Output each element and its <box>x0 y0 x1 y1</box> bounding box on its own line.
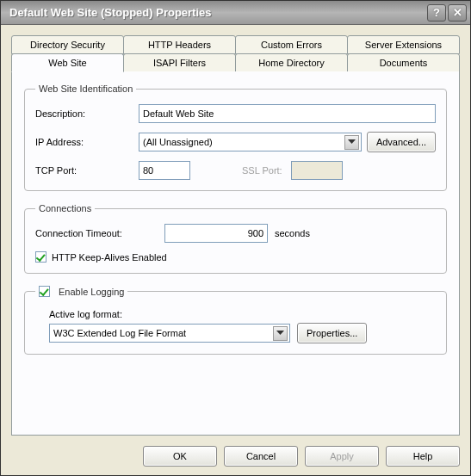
tab-server-extensions[interactable]: Server Extensions <box>347 35 460 54</box>
apply-button: Apply <box>305 446 379 467</box>
tab-home-directory[interactable]: Home Directory <box>235 53 348 72</box>
client-area: Directory Security HTTP Headers Custom E… <box>1 25 470 475</box>
ssl-port-input <box>291 161 343 180</box>
ip-address-select[interactable]: (All Unassigned) <box>139 133 362 151</box>
group-logging: Enable Logging Active log format: W3C Ex… <box>24 286 447 355</box>
group-connections-legend: Connections <box>35 203 95 213</box>
tab-documents[interactable]: Documents <box>347 53 460 72</box>
tabs-row-upper: Directory Security HTTP Headers Custom E… <box>11 35 460 54</box>
connection-timeout-input[interactable] <box>164 224 268 243</box>
help-icon[interactable]: ? <box>427 4 446 22</box>
keepalive-label: HTTP Keep-Alives Enabled <box>52 252 167 263</box>
connection-timeout-label: Connection Timeout: <box>35 228 164 238</box>
description-label: Description: <box>35 108 139 119</box>
tcp-port-label: TCP Port: <box>35 165 139 176</box>
ip-address-value: (All Unassigned) <box>143 137 341 147</box>
tab-directory-security[interactable]: Directory Security <box>11 35 124 54</box>
keepalive-checkbox[interactable] <box>35 251 46 263</box>
connection-timeout-unit: seconds <box>275 228 310 238</box>
window-title: Default Web Site (Stopped) Properties <box>9 6 425 19</box>
tab-custom-errors[interactable]: Custom Errors <box>235 35 348 54</box>
close-icon[interactable]: ✕ <box>448 4 467 22</box>
tcp-port-input[interactable] <box>139 161 190 180</box>
tab-isapi-filters[interactable]: ISAPI Filters <box>123 53 236 72</box>
log-format-label: Active log format: <box>49 309 436 319</box>
description-input[interactable] <box>139 104 436 123</box>
properties-dialog: Default Web Site (Stopped) Properties ? … <box>0 0 471 476</box>
tab-web-site[interactable]: Web Site <box>11 53 124 72</box>
log-properties-button[interactable]: Properties... <box>297 323 367 343</box>
chevron-down-icon <box>344 135 359 150</box>
dialog-footer: OK Cancel Apply Help <box>11 436 460 467</box>
titlebar: Default Web Site (Stopped) Properties ? … <box>1 1 470 25</box>
tab-panel-web-site: Web Site Identification Description: IP … <box>11 71 460 436</box>
help-button[interactable]: Help <box>386 446 460 467</box>
ip-address-label: IP Address: <box>35 137 139 147</box>
ssl-port-label: SSL Port: <box>242 165 282 176</box>
group-connections: Connections Connection Timeout: seconds … <box>24 203 447 274</box>
enable-logging-checkbox[interactable] <box>39 286 50 297</box>
log-format-select[interactable]: W3C Extended Log File Format <box>49 324 290 343</box>
group-identification-legend: Web Site Identification <box>35 83 136 94</box>
chevron-down-icon <box>273 326 288 341</box>
enable-logging-label: Enable Logging <box>59 287 124 297</box>
ok-button[interactable]: OK <box>143 446 217 467</box>
tab-http-headers[interactable]: HTTP Headers <box>123 35 236 54</box>
tabs-row-lower: Web Site ISAPI Filters Home Directory Do… <box>11 53 460 72</box>
cancel-button[interactable]: Cancel <box>224 446 298 467</box>
log-format-value: W3C Extended Log File Format <box>53 328 270 338</box>
group-identification: Web Site Identification Description: IP … <box>24 83 447 191</box>
advanced-button[interactable]: Advanced... <box>367 132 436 152</box>
